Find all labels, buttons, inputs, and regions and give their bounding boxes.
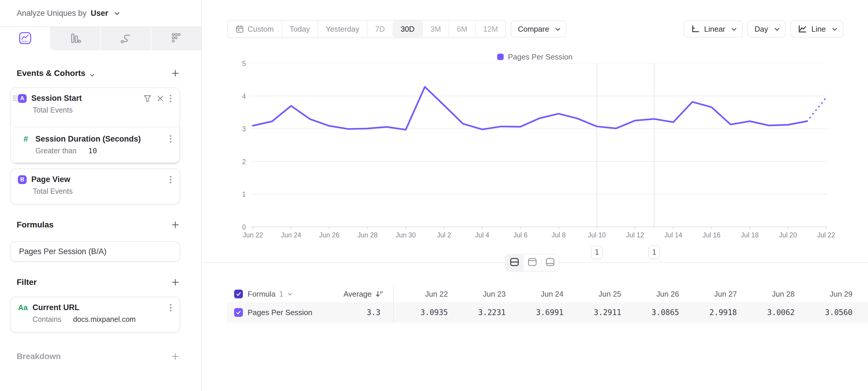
- column-header-jun-27[interactable]: Jun 27: [682, 286, 740, 302]
- close-icon[interactable]: [157, 95, 164, 102]
- series-line-pages-per-session[interactable]: [253, 87, 807, 130]
- filter-card-current-url[interactable]: Aa Current URL Contains docs.mixpanel.co…: [10, 297, 180, 333]
- range-today[interactable]: Today: [282, 21, 317, 37]
- toggle-split-view[interactable]: [506, 254, 523, 271]
- range-7d[interactable]: 7D: [367, 21, 393, 37]
- cell-value-jun-25: 3.2911: [566, 302, 624, 323]
- x-axis-label: Jul 6: [513, 231, 528, 239]
- event-badge-b: B: [18, 175, 27, 184]
- table-row-pages-per-session[interactable]: Pages Per Session 3.3 3.09353.22313.6991…: [227, 302, 868, 323]
- sidebar-tab-insights[interactable]: [0, 27, 50, 50]
- date-range-segmented-control: CustomTodayYesterday7D30D3M6M12M: [227, 20, 506, 38]
- filter-section-header: Filter: [0, 274, 202, 290]
- chevron-down-icon[interactable]: [115, 10, 119, 15]
- add-formula-button[interactable]: [171, 220, 180, 229]
- condition-operator[interactable]: Greater than: [35, 146, 76, 155]
- formulas-title: Formulas: [17, 220, 54, 229]
- chevron-down-icon: [555, 26, 560, 31]
- scale-button[interactable]: Linear: [684, 21, 743, 37]
- column-header-jun-26[interactable]: Jun 26: [624, 286, 682, 302]
- column-header-jun-28[interactable]: Jun 28: [740, 286, 798, 302]
- cell-value-jun-22: 3.0935: [393, 302, 451, 323]
- condition-value[interactable]: 10: [88, 146, 97, 155]
- kebab-menu-icon[interactable]: [169, 94, 173, 103]
- cell-value-jun-23: 3.2231: [451, 302, 509, 323]
- column-header-jun-25[interactable]: Jun 25: [566, 286, 624, 302]
- add-event-button[interactable]: [171, 69, 180, 78]
- kebab-menu-icon[interactable]: [169, 175, 173, 184]
- cell-value-jun-26: 3.0865: [624, 302, 682, 323]
- chevron-down-icon[interactable]: [90, 73, 94, 77]
- add-filter-button[interactable]: [171, 278, 180, 287]
- granularity-button[interactable]: Day: [747, 21, 785, 37]
- date-range-toolbar: CustomTodayYesterday7D30D3M6M12M Compare: [227, 21, 566, 37]
- column-header-jun-24[interactable]: Jun 24: [508, 286, 566, 302]
- event-card-session-start[interactable]: A Session Start Total Events # Session D…: [10, 87, 180, 163]
- chevron-down-icon: [732, 26, 737, 31]
- range-30d[interactable]: 30D: [393, 21, 422, 37]
- chart-options-toolbar: Linear Day Line: [684, 21, 843, 37]
- table-column-divider: [393, 286, 394, 323]
- range-yesterday[interactable]: Yesterday: [317, 21, 367, 37]
- formula-column-label[interactable]: Formula: [248, 289, 275, 299]
- breakdown-title: Breakdown: [17, 352, 61, 361]
- series-line-incomplete-segment[interactable]: [807, 97, 826, 121]
- y-axis-label: 4: [242, 93, 246, 100]
- analyze-uniques-header: Analyze Uniques by User: [0, 0, 202, 27]
- range-custom[interactable]: Custom: [228, 21, 282, 37]
- sidebar-tab-funnels[interactable]: [50, 27, 100, 50]
- row-average: 3.3: [367, 308, 380, 317]
- formula-card[interactable]: Pages Per Session (B/A): [10, 241, 180, 262]
- range-6m[interactable]: 6M: [448, 21, 475, 37]
- row-checkbox[interactable]: [234, 308, 243, 317]
- sidebar-tab-retention[interactable]: [151, 27, 202, 50]
- line-chart-icon: [798, 24, 807, 34]
- chevron-down-icon[interactable]: [288, 291, 292, 296]
- x-axis-label: Jul 8: [552, 231, 566, 239]
- table-header: Formula 1 Average Jun 22Jun 23Jun 24Jun …: [227, 286, 868, 302]
- column-header-jun-22[interactable]: Jun 22: [393, 286, 451, 302]
- sort-descending-icon[interactable]: [375, 289, 383, 298]
- range-12m[interactable]: 12M: [475, 21, 506, 37]
- column-header-jun-29[interactable]: Jun 29: [798, 286, 856, 302]
- y-axis-label: 3: [242, 125, 246, 133]
- toggle-table-only-view[interactable]: [541, 254, 559, 271]
- x-axis-label: Jul 16: [703, 231, 720, 239]
- filter-property-title: Current URL: [32, 303, 164, 312]
- kebab-menu-icon[interactable]: [169, 135, 173, 143]
- chevron-down-icon: [832, 26, 837, 31]
- filter-funnel-icon[interactable]: [143, 94, 152, 103]
- drag-handle-icon[interactable]: [12, 94, 17, 102]
- calendar-icon: [235, 25, 244, 33]
- kebab-menu-icon[interactable]: [169, 303, 173, 312]
- event-measure[interactable]: Total Events: [33, 187, 179, 196]
- add-breakdown-button[interactable]: [171, 352, 180, 361]
- table-only-view-icon: [545, 257, 556, 269]
- date-column-values: 3.09353.22313.69913.29113.08652.99183.00…: [393, 302, 856, 323]
- filter-value[interactable]: docs.mixpanel.com: [73, 315, 136, 324]
- filter-operator[interactable]: Contains: [32, 315, 61, 324]
- line-chart[interactable]: 012345Jun 22Jun 24Jun 26Jun 28Jun 30Jul …: [202, 50, 868, 255]
- x-axis-label: Jul 12: [626, 231, 644, 239]
- events-cohorts-section-header: Events & Cohorts: [0, 65, 202, 82]
- y-axis-label: 2: [242, 158, 246, 166]
- property-card-session-duration[interactable]: # Session Duration (Seconds) Greater tha…: [14, 127, 179, 163]
- select-all-checkbox[interactable]: [234, 289, 243, 298]
- annotation-badge-jul-10[interactable]: 1: [591, 246, 602, 259]
- range-3m[interactable]: 3M: [422, 21, 448, 37]
- cell-value-jun-24: 3.6991: [508, 302, 566, 323]
- compare-button[interactable]: Compare: [511, 21, 566, 37]
- event-measure[interactable]: Total Events: [33, 106, 179, 114]
- x-axis-label: Jun 30: [396, 231, 416, 239]
- event-card-page-view[interactable]: B Page View Total Events: [10, 169, 180, 204]
- query-builder-sidebar: Analyze Uniques by User Events & Cohorts…: [0, 0, 202, 391]
- x-axis-label: Jul 10: [588, 231, 606, 239]
- column-header-jun-23[interactable]: Jun 23: [451, 286, 509, 302]
- sidebar-tab-flows[interactable]: [100, 27, 151, 50]
- annotation-badge-jul-13[interactable]: 1: [648, 246, 660, 259]
- analyze-uniques-value[interactable]: User: [91, 9, 108, 18]
- average-column-label[interactable]: Average: [344, 289, 372, 299]
- chart-type-button[interactable]: Line: [790, 21, 843, 37]
- toggle-chart-only-view[interactable]: [523, 254, 541, 271]
- formulas-section-header: Formulas: [0, 217, 202, 233]
